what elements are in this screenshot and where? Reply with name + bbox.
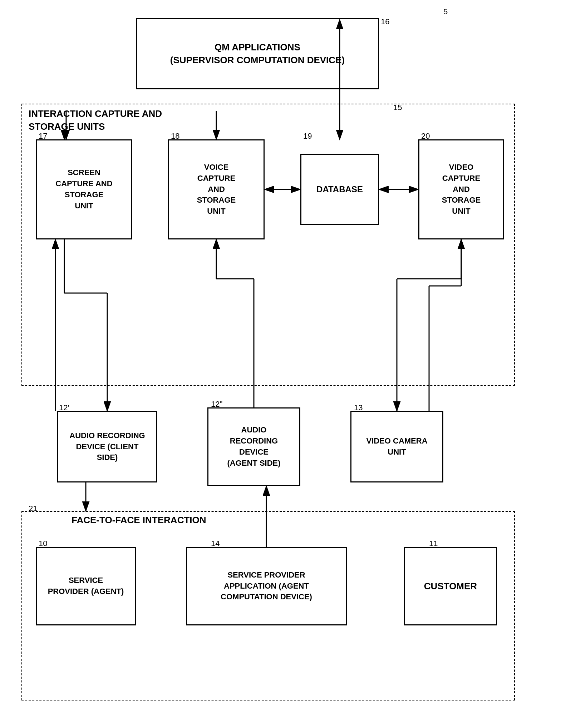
- label-11: 11: [429, 539, 438, 548]
- audio-agent-box: AUDIO RECORDING DEVICE (AGENT SIDE): [207, 407, 300, 486]
- qm-title-line1: QM APPLICATIONS: [170, 41, 345, 54]
- video-capture-box: VIDEO CAPTURE AND STORAGE UNIT: [418, 139, 504, 239]
- qm-title-line2: (SUPERVISOR COMPUTATION DEVICE): [170, 54, 345, 66]
- service-app-box: SERVICE PROVIDER APPLICATION (AGENT COMP…: [186, 547, 347, 625]
- audio-client-box: AUDIO RECORDING DEVICE (CLIENT SIDE): [57, 411, 157, 482]
- video-camera-box: VIDEO CAMERA UNIT: [350, 411, 443, 482]
- label-12pp: 12": [211, 400, 222, 409]
- ref-5-label: 5: [443, 7, 448, 16]
- voice-capture-box: VOICE CAPTURE AND STORAGE UNIT: [168, 139, 265, 239]
- database-box: DATABASE: [300, 154, 379, 225]
- label-12p: 12': [59, 403, 69, 412]
- label-15: 15: [393, 103, 402, 112]
- label-17: 17: [39, 132, 47, 141]
- label-16: 16: [381, 17, 389, 26]
- screen-capture-box: SCREEN CAPTURE AND STORAGE UNIT: [36, 139, 132, 239]
- service-provider-box: SERVICE PROVIDER (AGENT): [36, 547, 136, 625]
- face-to-face-label: FACE-TO-FACE INTERACTION: [72, 515, 206, 526]
- interaction-capture-label: INTERACTION CAPTURE AND STORAGE UNITS: [29, 107, 162, 133]
- diagram: 5 QM APPLICATIONS (SUPERVISOR COMPUTATIO…: [0, 0, 571, 728]
- label-10: 10: [39, 539, 47, 548]
- label-20: 20: [421, 132, 430, 141]
- label-19: 19: [303, 132, 312, 141]
- customer-box: CUSTOMER: [404, 547, 497, 625]
- label-13: 13: [354, 403, 363, 412]
- label-18: 18: [171, 132, 179, 141]
- qm-applications-box: QM APPLICATIONS (SUPERVISOR COMPUTATION …: [136, 18, 379, 89]
- label-21: 21: [29, 504, 37, 513]
- label-14: 14: [211, 539, 220, 548]
